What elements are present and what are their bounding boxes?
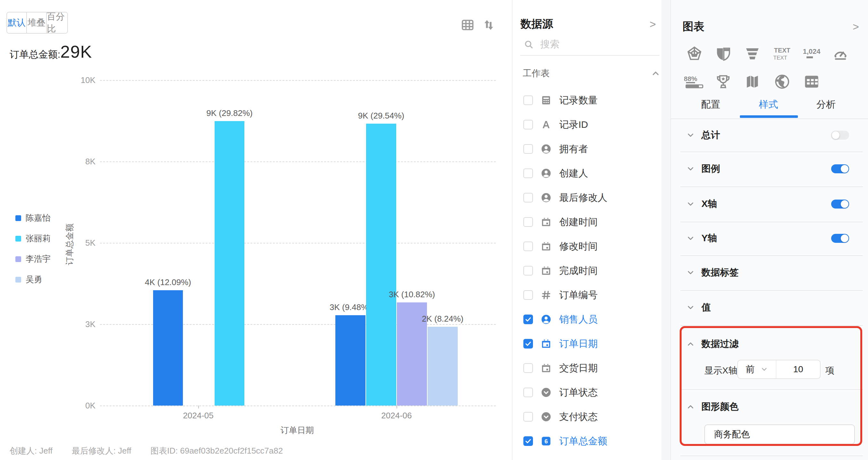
field-checkbox[interactable] [523, 363, 533, 373]
filter-direction-dropdown[interactable]: 前 [738, 360, 776, 378]
tab-样式[interactable]: 样式 [759, 98, 778, 111]
toggle-Y轴[interactable] [831, 234, 849, 243]
field-checkbox[interactable] [523, 314, 533, 324]
field-checkbox[interactable] [523, 436, 533, 446]
toggle-knob [832, 131, 839, 139]
field-row-订单编号[interactable]: 订单编号 [513, 283, 671, 307]
bar-value-label: 3K (9.48%) [330, 302, 371, 312]
field-row-支付状态[interactable]: 支付状态 [513, 405, 671, 429]
toggle-knob [841, 200, 848, 208]
legend-item[interactable]: 陈嘉怡 [16, 212, 51, 223]
field-row-记录ID[interactable]: 记录ID [513, 113, 671, 137]
tab-配置[interactable]: 配置 [701, 98, 720, 111]
section-label: 图形颜色 [702, 400, 739, 413]
table-grid-icon[interactable] [799, 72, 825, 91]
toggle-总计[interactable] [831, 131, 849, 140]
view-tab-2[interactable]: 堆叠 [27, 12, 47, 33]
section-图例[interactable]: 图例 [671, 159, 868, 178]
bar-陈嘉怡-2024-06[interactable] [335, 315, 366, 405]
section-总计[interactable]: 总计 [671, 126, 868, 145]
field-row-记录数量[interactable]: 记录数量 [513, 88, 671, 113]
field-checkbox[interactable] [523, 193, 533, 203]
trophy-icon[interactable] [710, 72, 736, 91]
person-icon [541, 192, 552, 203]
legend-item[interactable]: 张丽莉 [16, 233, 51, 244]
field-checkbox[interactable] [523, 412, 533, 422]
section-X轴[interactable]: X轴 [671, 194, 868, 214]
field-row-创建时间[interactable]: 创建时间 [513, 210, 671, 234]
map-icon[interactable] [740, 72, 765, 91]
section-值[interactable]: 值 [671, 298, 868, 317]
bar-吴勇-2024-06[interactable] [428, 327, 458, 405]
tab-分析[interactable]: 分析 [816, 98, 836, 111]
field-checkbox[interactable] [523, 217, 533, 227]
section-Y轴[interactable]: Y轴 [671, 229, 868, 248]
radar-icon[interactable] [682, 44, 707, 63]
section-divider [680, 389, 863, 390]
person-icon [541, 314, 552, 325]
field-checkbox[interactable] [523, 242, 533, 251]
number-icon[interactable]: 1,024 [799, 44, 825, 63]
field-row-销售人员[interactable]: 销售人员 [513, 307, 671, 332]
field-row-拥有者[interactable]: 拥有者 [513, 137, 671, 161]
field-checkbox[interactable] [523, 120, 533, 129]
chevron-up-icon [651, 68, 660, 78]
field-row-完成时间[interactable]: 完成时间 [513, 258, 671, 283]
tabs-divider [671, 119, 868, 119]
view-tab-1[interactable]: 默认 [7, 12, 27, 33]
shield-icon[interactable] [710, 44, 736, 63]
field-checkbox[interactable] [523, 290, 533, 300]
gauge-icon[interactable] [828, 44, 853, 63]
worksheet-group-header[interactable]: 工作表 [523, 67, 660, 80]
legend-item[interactable]: 吴勇 [16, 274, 42, 285]
field-checkbox[interactable] [523, 339, 533, 348]
legend-series-name: 吴勇 [26, 274, 42, 285]
calendar-icon [541, 338, 552, 349]
field-checkbox[interactable] [523, 168, 533, 178]
funnel-icon[interactable] [740, 44, 765, 63]
progress-icon[interactable]: 88% [682, 72, 707, 91]
filter-count-input[interactable]: 10 [776, 364, 820, 374]
collapse-panel-icon[interactable]: > [852, 21, 859, 33]
table-icon[interactable] [460, 18, 475, 32]
section-divider [680, 290, 863, 291]
gridline [100, 161, 496, 162]
section-数据标签[interactable]: 数据标签 [671, 263, 868, 282]
field-row-交货日期[interactable]: 交货日期 [513, 356, 671, 380]
field-row-订单日期[interactable]: 订单日期 [513, 332, 671, 356]
toggle-X轴[interactable] [831, 200, 849, 209]
bar-张丽莉-2024-05[interactable] [215, 121, 244, 405]
toggle-图例[interactable] [831, 164, 849, 173]
bar-陈嘉怡-2024-05[interactable] [153, 290, 183, 405]
sort-icon[interactable] [482, 18, 496, 32]
legend-swatch [16, 256, 21, 262]
bar-value-label: 3K (10.82%) [389, 289, 435, 300]
field-checkbox[interactable] [523, 388, 533, 397]
section-数据过滤[interactable]: 数据过滤 [671, 334, 868, 354]
text-icon[interactable]: TEXTTEXT [769, 44, 795, 63]
color-palette-select[interactable]: 商务配色 [704, 424, 855, 444]
legend-item[interactable]: 李浩宇 [16, 253, 51, 265]
field-row-创建人[interactable]: 创建人 [513, 161, 671, 185]
legend-swatch [16, 277, 21, 282]
field-row-订单总金额[interactable]: 6订单总金额 [513, 429, 671, 453]
bar-张丽莉-2024-06[interactable] [366, 124, 396, 405]
section-divider [680, 152, 863, 152]
last-modifier-label: 最后修改人: Jeff [72, 445, 131, 457]
field-row-最后修改人[interactable]: 最后修改人 [513, 185, 671, 210]
field-row-订单状态[interactable]: 订单状态 [513, 380, 671, 405]
toggle-knob [841, 165, 848, 173]
field-checkbox[interactable] [523, 266, 533, 275]
legend-swatch [16, 236, 21, 242]
globe-icon[interactable] [769, 72, 795, 91]
field-label: 拥有者 [559, 143, 588, 156]
field-checkbox[interactable] [523, 144, 533, 154]
search-input[interactable]: 搜索 [524, 38, 560, 51]
calendar-icon [541, 217, 552, 227]
field-checkbox[interactable] [523, 95, 533, 105]
field-row-修改时间[interactable]: 修改时间 [513, 234, 671, 258]
field-label: 订单日期 [559, 337, 598, 350]
section-图形颜色[interactable]: 图形颜色 [671, 397, 868, 417]
collapse-panel-icon[interactable]: > [650, 18, 656, 30]
view-tab-3[interactable]: 百分比 [47, 12, 67, 33]
